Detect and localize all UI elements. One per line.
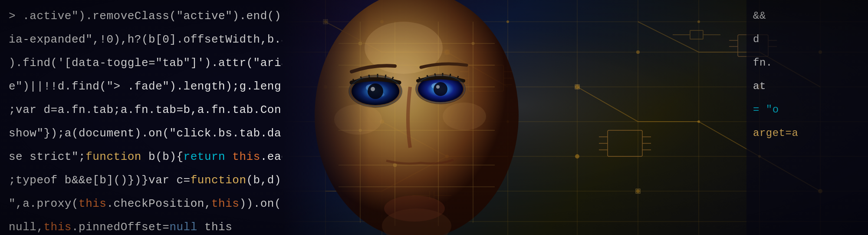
svg-point-92 bbox=[371, 87, 375, 91]
face-illustration bbox=[295, 0, 599, 235]
svg-point-82 bbox=[472, 42, 474, 45]
right-code-line-6: arget=a bbox=[753, 122, 861, 145]
right-code-line-4: at bbox=[753, 75, 861, 98]
scene: > .active").removeClass("active").end().… bbox=[0, 0, 868, 235]
svg-point-102 bbox=[434, 82, 447, 96]
right-code-overlay: && d fn. at = "o arget=a bbox=[746, 0, 868, 235]
svg-point-79 bbox=[358, 42, 362, 45]
svg-point-111 bbox=[443, 103, 486, 130]
right-code-line-1: && bbox=[753, 4, 861, 28]
right-code-line-3: fn. bbox=[753, 51, 861, 75]
svg-point-110 bbox=[334, 104, 382, 135]
svg-point-112 bbox=[384, 195, 445, 222]
svg-point-91 bbox=[368, 83, 383, 99]
svg-line-95 bbox=[369, 75, 370, 80]
right-code-line-5: = "o bbox=[753, 98, 861, 122]
svg-line-106 bbox=[435, 73, 436, 78]
right-code-line-2: d bbox=[753, 28, 861, 51]
svg-point-103 bbox=[436, 85, 440, 89]
svg-point-84 bbox=[393, 163, 397, 167]
